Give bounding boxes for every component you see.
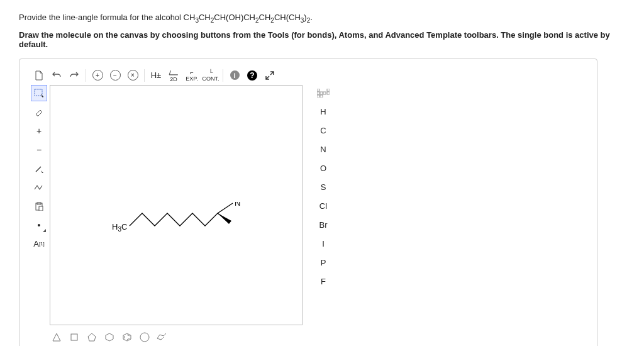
molecule-editor: + − × H± 2D ⌐EXP. └CONT. i ? + − • A[1] …: [19, 59, 597, 346]
label-tool[interactable]: A[1]: [31, 236, 47, 252]
drawing-canvas[interactable]: H3C N: [50, 85, 303, 325]
atom-c-button[interactable]: C: [313, 123, 334, 139]
atom-i-button[interactable]: I: [313, 236, 334, 252]
chain-tool[interactable]: [31, 179, 47, 196]
svg-rect-5: [39, 206, 43, 211]
periodic-table-button[interactable]: [313, 85, 334, 101]
charge-plus-tool[interactable]: +: [31, 123, 47, 139]
atom-o-button[interactable]: O: [313, 160, 334, 177]
template-square[interactable]: [67, 330, 81, 344]
atom-h-button[interactable]: H: [313, 104, 334, 120]
cont-button[interactable]: └CONT.: [202, 69, 219, 82]
zoom-out-button[interactable]: −: [107, 69, 123, 82]
svg-rect-7: [317, 89, 319, 91]
template-cycloheptane[interactable]: [138, 330, 152, 344]
svg-rect-10: [320, 92, 323, 94]
help-button[interactable]: ?: [244, 69, 260, 82]
template-triangle[interactable]: [50, 330, 64, 344]
atom-n-button[interactable]: N: [313, 142, 334, 158]
instruction-text: Draw the molecule on the canvas by choos…: [19, 30, 625, 49]
eraser-tool[interactable]: [31, 104, 47, 120]
svg-rect-8: [327, 89, 330, 91]
template-pentagon[interactable]: [85, 330, 99, 344]
svg-rect-12: [327, 92, 330, 94]
charge-minus-tool[interactable]: −: [31, 142, 47, 158]
svg-marker-6: [218, 213, 231, 224]
svg-marker-15: [53, 333, 60, 341]
zoom-fit-button[interactable]: ×: [125, 69, 141, 82]
template-toolbar: [50, 330, 586, 344]
left-toolbar: + − • A[1]: [31, 85, 46, 325]
h-toggle-button[interactable]: H±: [148, 69, 164, 82]
question-prompt: Provide the line-angle formula for the a…: [19, 13, 625, 24]
svg-line-1: [36, 167, 41, 172]
atom-p-button[interactable]: P: [313, 255, 334, 271]
redo-button[interactable]: [66, 69, 82, 82]
expand-button[interactable]: [262, 69, 278, 82]
dot-tool[interactable]: •: [31, 217, 47, 233]
svg-rect-13: [317, 95, 319, 98]
info-button[interactable]: i: [226, 69, 243, 82]
zoom-in-button[interactable]: +: [89, 69, 106, 82]
paste-tool[interactable]: [31, 198, 47, 215]
marquee-tool[interactable]: [31, 85, 47, 101]
svg-point-24: [140, 333, 149, 342]
atom-br-button[interactable]: Br: [313, 217, 334, 233]
single-bond-tool[interactable]: [31, 160, 47, 177]
top-toolbar: + − × H± 2D ⌐EXP. └CONT. i ?: [31, 69, 586, 82]
template-hexagon[interactable]: [103, 330, 116, 344]
atom-toolbar: H C N O S Cl Br I P F: [313, 85, 334, 325]
atom-cl-button[interactable]: Cl: [313, 198, 334, 215]
mol-right-label: N: [235, 202, 240, 208]
undo-button[interactable]: [48, 69, 65, 82]
view-2d-button[interactable]: 2D: [165, 69, 182, 82]
svg-marker-2: [41, 170, 43, 173]
mol-left-label: H3C: [112, 222, 127, 233]
svg-rect-11: [323, 92, 326, 94]
template-chair[interactable]: [155, 330, 169, 344]
svg-line-22: [127, 335, 130, 336]
atom-s-button[interactable]: S: [313, 179, 334, 196]
template-benzene[interactable]: [120, 330, 134, 344]
svg-marker-17: [88, 333, 96, 341]
svg-rect-16: [71, 334, 77, 340]
svg-marker-18: [106, 333, 113, 341]
svg-line-23: [127, 338, 130, 340]
new-doc-button[interactable]: [31, 69, 47, 82]
svg-rect-14: [320, 95, 323, 98]
svg-rect-9: [317, 92, 319, 94]
atom-f-button[interactable]: F: [313, 274, 334, 290]
exp-button[interactable]: ⌐EXP.: [183, 69, 201, 82]
